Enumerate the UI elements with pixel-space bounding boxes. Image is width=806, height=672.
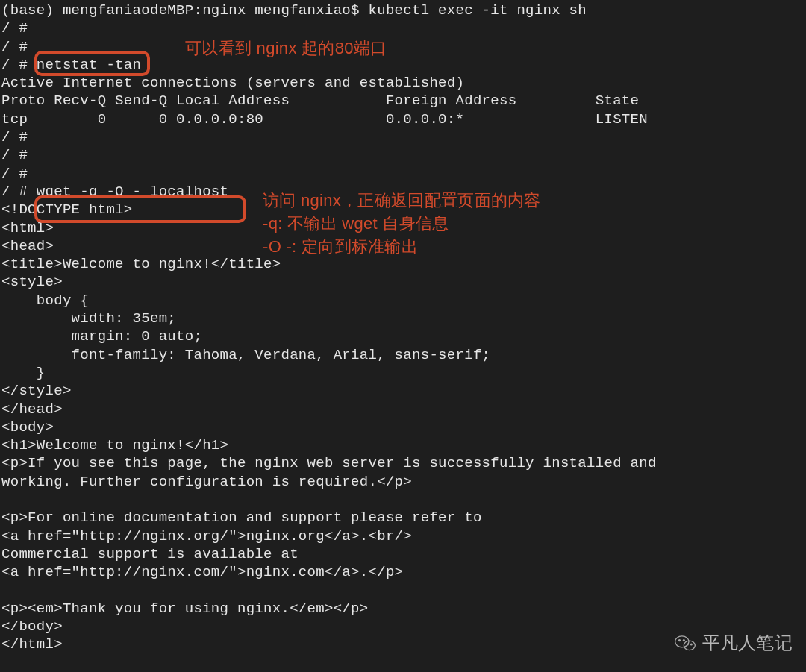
terminal-line: working. Further configuration is requir… [1, 474, 412, 490]
terminal-line: <h1>Welcome to nginx!</h1> [1, 437, 228, 453]
terminal-line: / # wget -q -O - localhost [1, 183, 228, 200]
svg-point-3 [683, 640, 684, 641]
annotation-wget-1: 访问 nginx，正确返回配置页面的内容 [263, 189, 541, 212]
terminal-line: <style> [1, 274, 63, 290]
watermark: 平凡人笔记 [674, 632, 793, 654]
annotation-wget-3: -O -: 定向到标准输出 [263, 236, 418, 258]
annotation-wget-2: -q: 不输出 wget 自身信息 [263, 213, 449, 235]
terminal-line: </html> [1, 636, 63, 653]
terminal-line: <p><em>Thank you for using nginx.</em></… [1, 600, 368, 617]
terminal-line: <p>If you see this page, the nginx web s… [1, 455, 657, 471]
terminal-line: <a href="http://nginx.com/">nginx.com</a… [1, 564, 403, 580]
terminal-line: body { [1, 292, 89, 309]
svg-point-2 [678, 640, 680, 641]
terminal-line: <p>For online documentation and support … [1, 509, 482, 526]
terminal-line: / # netstat -tan [1, 57, 141, 73]
terminal-line: <title>Welcome to nginx!</title> [1, 256, 281, 272]
wechat-icon [674, 632, 696, 654]
terminal-line: width: 35em; [1, 310, 176, 327]
terminal-line: Commercial support is available at [1, 546, 299, 562]
terminal-line: </body> [1, 618, 63, 635]
watermark-text: 平凡人笔记 [702, 634, 793, 652]
terminal-line: Active Internet connections (servers and… [1, 75, 464, 91]
terminal-line: / # [1, 39, 28, 55]
svg-point-5 [690, 644, 692, 645]
terminal-line: <a href="http://nginx.org/">nginx.org</a… [1, 528, 412, 544]
annotation-port-80: 可以看到 nginx 起的80端口 [185, 37, 387, 60]
terminal-line: Proto Recv-Q Send-Q Local Address Foreig… [1, 92, 639, 109]
terminal-line: tcp 0 0 0.0.0.0:80 0.0.0.0:* LISTEN [1, 111, 648, 128]
svg-point-1 [684, 641, 695, 650]
terminal-line: / # [1, 147, 28, 163]
terminal-line: } [1, 365, 46, 381]
svg-point-4 [687, 644, 688, 645]
terminal-line: / # [1, 20, 28, 37]
terminal-line: / # [1, 166, 28, 182]
terminal-line: (base) mengfaniaodeMBP:nginx mengfanxiao… [1, 2, 587, 19]
terminal-line: font-family: Tahoma, Verdana, Arial, san… [1, 347, 490, 363]
terminal-line: <html> [1, 220, 54, 236]
terminal-line: <head> [1, 238, 54, 254]
terminal-line: margin: 0 auto; [1, 328, 202, 345]
terminal-line: </head> [1, 401, 63, 418]
terminal-line: </style> [1, 383, 72, 399]
terminal-window[interactable]: (base) mengfaniaodeMBP:nginx mengfanxiao… [0, 0, 806, 672]
terminal-line: <body> [1, 419, 54, 436]
terminal-line: <!DOCTYPE html> [1, 201, 133, 218]
terminal-line: / # [1, 129, 28, 145]
